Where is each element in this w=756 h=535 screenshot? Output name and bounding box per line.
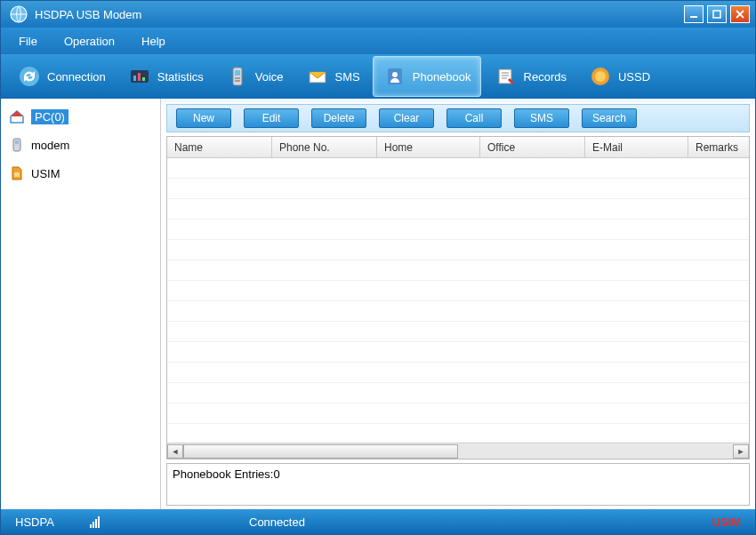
menu-help[interactable]: Help (141, 35, 165, 48)
toolbar-sms-label: SMS (335, 70, 360, 84)
modem-icon (8, 136, 26, 154)
scroll-left-arrow[interactable]: ◄ (167, 444, 183, 459)
sidebar-usim-label: USIM (31, 167, 60, 180)
svg-point-14 (237, 80, 238, 82)
svg-rect-1 (690, 16, 697, 18)
window-title: HSDPA USB Modem (35, 8, 684, 21)
envelope-icon (305, 64, 330, 89)
minimize-button[interactable] (684, 5, 704, 23)
sidebar-modem-label: modem (31, 139, 69, 152)
clear-button[interactable]: Clear (379, 108, 434, 128)
col-email[interactable]: E-Mail (585, 137, 688, 157)
ussd-icon (588, 64, 613, 89)
sms-button[interactable]: SMS (514, 108, 569, 128)
network-label: HSDPA (15, 515, 54, 529)
svg-point-10 (235, 77, 237, 79)
window-controls (684, 5, 750, 23)
sidebar-pc-label: PC(0) (31, 109, 68, 124)
toolbar-statistics-label: Statistics (157, 70, 204, 84)
titlebar: HSDPA USB Modem (1, 1, 755, 28)
toolbar-records[interactable]: Records (485, 56, 575, 97)
search-button[interactable]: Search (582, 108, 637, 128)
contacts-icon (382, 64, 407, 89)
call-button[interactable]: Call (446, 108, 502, 128)
sim-icon (8, 164, 26, 182)
toolbar-ussd[interactable]: USSD (579, 56, 659, 97)
svg-point-15 (238, 80, 240, 82)
svg-rect-5 (133, 76, 136, 81)
col-home[interactable]: Home (377, 137, 480, 157)
svg-rect-6 (138, 73, 141, 81)
records-icon (494, 64, 519, 89)
entries-status-box: Phonebook Entries:0 (166, 463, 750, 506)
svg-point-21 (595, 71, 606, 82)
main-panel: New Edit Delete Clear Call SMS Search Na… (161, 99, 755, 509)
svg-rect-2 (713, 11, 720, 18)
toolbar-voice[interactable]: Voice (216, 56, 293, 97)
toolbar-voice-label: Voice (255, 70, 284, 84)
maximize-button[interactable] (707, 5, 727, 23)
sidebar-item-pc[interactable]: PC(0) (1, 104, 160, 129)
svg-rect-7 (142, 77, 145, 81)
col-remarks[interactable]: Remarks (688, 137, 749, 157)
svg-rect-23 (15, 140, 19, 144)
entries-status-text: Phonebook Entries:0 (173, 467, 280, 481)
horizontal-scrollbar[interactable]: ◄ ► (167, 443, 749, 459)
toolbar-statistics[interactable]: Statistics (118, 56, 213, 97)
sidebar-item-usim[interactable]: USIM (1, 161, 160, 186)
col-phone[interactable]: Phone No. (272, 137, 377, 157)
svg-point-11 (237, 77, 238, 79)
chart-icon (127, 64, 152, 89)
status-bar: HSDPA Connected USIM (1, 509, 755, 534)
app-window: HSDPA USB Modem File Operation Help Conn… (0, 0, 756, 535)
svg-rect-9 (235, 70, 240, 76)
toolbar-connection-label: Connection (47, 70, 106, 84)
scroll-thumb[interactable] (183, 444, 458, 459)
svg-point-12 (238, 77, 240, 79)
menu-operation[interactable]: Operation (64, 35, 115, 48)
close-button[interactable] (730, 5, 750, 23)
toolbar-records-label: Records (524, 70, 567, 84)
edit-button[interactable]: Edit (244, 108, 299, 128)
toolbar-sms[interactable]: SMS (296, 56, 369, 97)
phone-icon (225, 64, 250, 89)
svg-point-18 (392, 72, 398, 77)
phonebook-table: Name Phone No. Home Office E-Mail Remark… (166, 136, 750, 459)
connection-state: Connected (249, 515, 305, 529)
toolbar-phonebook[interactable]: Phonebook (373, 56, 481, 97)
col-name[interactable]: Name (167, 137, 272, 157)
delete-button[interactable]: Delete (311, 108, 366, 128)
app-globe-icon (10, 5, 28, 23)
sidebar: PC(0) modem USIM (1, 99, 161, 509)
signal-icon (90, 515, 100, 528)
col-office[interactable]: Office (480, 137, 585, 157)
toolbar-phonebook-label: Phonebook (413, 70, 471, 84)
new-button[interactable]: New (176, 108, 231, 128)
table-body[interactable] (167, 158, 749, 443)
refresh-icon (17, 64, 42, 89)
menubar: File Operation Help (1, 28, 755, 54)
toolbar-connection[interactable]: Connection (8, 56, 115, 97)
svg-rect-24 (14, 172, 20, 177)
home-icon (8, 108, 26, 125)
content-area: PC(0) modem USIM New Edit Delete Clear C… (1, 99, 755, 509)
sidebar-item-modem[interactable]: modem (1, 132, 160, 157)
scroll-right-arrow[interactable]: ► (733, 444, 749, 459)
toolbar: Connection Statistics Voice SMS Phoneboo… (1, 54, 755, 99)
action-bar: New Edit Delete Clear Call SMS Search (166, 104, 750, 132)
scroll-track[interactable] (183, 444, 733, 459)
sim-status: USIM (712, 515, 742, 529)
table-header: Name Phone No. Home Office E-Mail Remark… (167, 137, 749, 158)
svg-point-13 (235, 80, 237, 82)
menu-file[interactable]: File (19, 35, 37, 48)
toolbar-ussd-label: USSD (618, 70, 650, 84)
